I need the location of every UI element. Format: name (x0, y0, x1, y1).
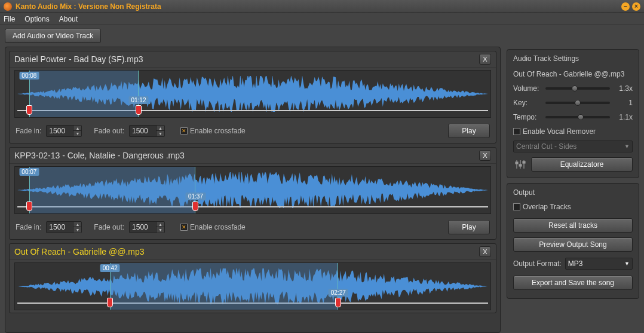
volume-value: 1.3x (615, 84, 633, 93)
track-close-button[interactable]: X (479, 150, 491, 161)
selection-region[interactable] (29, 167, 196, 213)
minimize-icon[interactable]: – (621, 2, 630, 11)
add-track-button[interactable]: Add Audio or Video Track (5, 29, 101, 43)
spin-up-icon[interactable]: ▲ (73, 126, 81, 131)
checkbox-box (513, 203, 520, 210)
track-close-button[interactable]: X (479, 246, 491, 257)
end-time-badge: 01:12 (128, 96, 148, 104)
key-slider[interactable] (545, 102, 610, 104)
output-legend: Output (513, 188, 535, 197)
side-panels: Audio Track Settings Out Of Reach - Gabr… (507, 47, 639, 333)
preview-button[interactable]: Preview Output Song (513, 237, 633, 252)
track-header: Daniel Powter - Bad Day (SF).mp3 X (10, 51, 496, 68)
track[interactable]: Daniel Powter - Bad Day (SF).mp3 X 00:08… (9, 51, 496, 143)
checkbox-box: ✕ (180, 127, 188, 135)
spin-up-icon[interactable]: ▲ (157, 126, 164, 131)
menubar: File Options About (0, 13, 644, 25)
volume-slider[interactable] (545, 87, 610, 90)
track-controls: Fade in: ▲▼ Fade out: ▲▼ ✕Enable crossfa… (10, 216, 496, 239)
export-button[interactable]: Export and Save the song (513, 276, 633, 290)
tempo-slider[interactable] (545, 116, 610, 118)
chevron-down-icon: ▼ (624, 143, 630, 149)
reset-tracks-button[interactable]: Reset all tracks (513, 218, 633, 233)
waveform[interactable]: 00:07 01:37 (14, 166, 491, 214)
format-value: MP3 (568, 259, 583, 268)
track-title: Daniel Powter - Bad Day (SF).mp3 (14, 54, 479, 64)
spin-down-icon[interactable]: ▼ (73, 131, 81, 136)
crossfade-label: Enable crossfade (190, 127, 246, 135)
format-label: Output Format: (513, 259, 562, 268)
fade-out-label: Fade out: (94, 223, 124, 231)
fade-in-label: Fade in: (16, 223, 41, 231)
spin-down-icon[interactable]: ▼ (157, 131, 164, 136)
selection-start-handle[interactable] (26, 105, 32, 115)
track-close-button[interactable]: X (479, 54, 491, 65)
tempo-label: Tempo: (513, 113, 541, 121)
crossfade-checkbox[interactable]: ✕Enable crossfade (180, 223, 246, 231)
selection-start-handle[interactable] (107, 298, 113, 307)
fade-out-value[interactable] (130, 223, 156, 231)
checkbox-box (513, 128, 520, 135)
selection-region[interactable] (29, 71, 139, 117)
fade-out-label: Fade out: (94, 127, 124, 135)
svg-rect-3 (516, 162, 518, 164)
play-button[interactable]: Play (448, 124, 490, 138)
settings-track-name: Out Of Reach - Gabrielle @@.mp3 (513, 70, 633, 78)
svg-rect-4 (519, 164, 522, 166)
menu-about[interactable]: About (59, 15, 78, 23)
fade-out-input[interactable]: ▲▼ (129, 221, 165, 233)
start-time-badge: 00:08 (19, 72, 39, 80)
audio-settings-panel: Audio Track Settings Out Of Reach - Gabr… (507, 49, 639, 178)
menu-options[interactable]: Options (24, 15, 49, 23)
equalizer-icon (513, 157, 528, 172)
selection-end-handle[interactable] (335, 298, 341, 307)
fade-out-value[interactable] (130, 127, 156, 135)
track-title: Out Of Reach - Gabrielle @@.mp3 (14, 247, 479, 256)
end-time-badge: 02:27 (329, 289, 348, 297)
app-icon (4, 2, 12, 11)
fade-in-value[interactable] (47, 127, 73, 135)
vocal-mode-select: Central Cut - Sides ▼ (513, 140, 633, 152)
track[interactable]: Out Of Reach - Gabrielle @@.mp3 X 00:42 … (9, 243, 496, 313)
play-button[interactable]: Play (448, 220, 490, 234)
waveform[interactable]: 00:08 01:12 (14, 70, 491, 118)
close-icon[interactable]: × (632, 2, 640, 11)
toolbar: Add Audio or Video Track (0, 25, 644, 47)
selection-region[interactable] (110, 263, 338, 310)
format-select[interactable]: MP3 ▼ (565, 258, 633, 270)
vocal-mode-value: Central Cut - Sides (516, 142, 576, 151)
selection-start-handle[interactable] (26, 201, 32, 211)
waveform[interactable]: 00:42 02:27 (14, 262, 491, 310)
equalizer-button[interactable]: Equalizzatore (531, 157, 633, 172)
fade-in-input[interactable]: ▲▼ (46, 125, 82, 137)
vocal-remover-checkbox[interactable]: Enable Vocal Remover (513, 127, 633, 136)
start-time-badge: 00:07 (19, 168, 39, 176)
fade-in-value[interactable] (47, 223, 73, 231)
volume-label: Volume: (513, 84, 541, 93)
vocal-remover-label: Enable Vocal Remover (523, 127, 596, 136)
fade-in-label: Fade in: (16, 127, 41, 135)
overlap-checkbox[interactable]: Overlap Tracks (513, 203, 633, 211)
checkbox-box: ✕ (180, 224, 188, 231)
selection-end-handle[interactable] (136, 105, 142, 115)
key-value: 1 (615, 99, 633, 107)
window-title: Kanto Audio Mix : Versione Non Registrat… (16, 2, 161, 11)
fade-out-input[interactable]: ▲▼ (129, 125, 165, 137)
titlebar: Kanto Audio Mix : Versione Non Registrat… (0, 0, 644, 13)
fade-in-input[interactable]: ▲▼ (46, 221, 82, 233)
tracks-area[interactable]: Daniel Powter - Bad Day (SF).mp3 X 00:08… (5, 47, 501, 333)
track-header: KPP3-02-13 - Cole, Natalie - Dangerous .… (10, 148, 496, 164)
overlap-label: Overlap Tracks (523, 203, 571, 211)
selection-end-handle[interactable] (192, 201, 198, 211)
spin-up-icon[interactable]: ▲ (157, 222, 164, 227)
crossfade-checkbox[interactable]: ✕Enable crossfade (180, 127, 246, 135)
output-panel: Output Overlap Tracks Reset all tracks P… (507, 183, 639, 299)
tempo-value: 1.1x (615, 113, 633, 121)
track[interactable]: KPP3-02-13 - Cole, Natalie - Dangerous .… (9, 147, 496, 240)
track-header: Out Of Reach - Gabrielle @@.mp3 X (10, 244, 496, 260)
menu-file[interactable]: File (4, 15, 15, 23)
settings-legend: Audio Track Settings (513, 54, 579, 63)
spin-up-icon[interactable]: ▲ (73, 222, 81, 227)
spin-down-icon[interactable]: ▼ (157, 227, 164, 233)
spin-down-icon[interactable]: ▼ (73, 227, 81, 233)
